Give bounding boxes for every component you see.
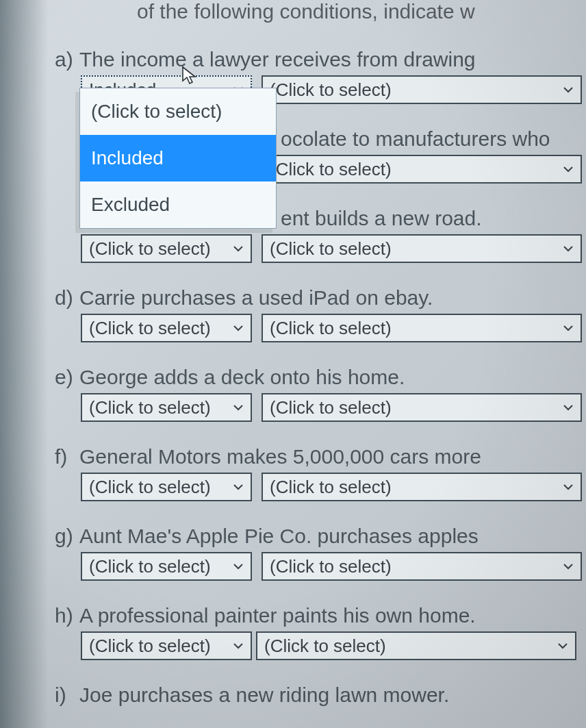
question-body: Carrie purchases a used iPad on ebay. <box>79 286 433 309</box>
chevron-down-icon <box>231 480 245 494</box>
select-g-2[interactable]: (Click to select) <box>262 552 582 581</box>
question-body: Joe purchases a new riding lawn mower. <box>79 683 449 706</box>
select-a-2[interactable]: (Click to select) <box>262 75 582 104</box>
select-value: (Click to select) <box>89 556 211 577</box>
question-e: e)George adds a deck onto his home. (Cli… <box>55 366 586 422</box>
question-text: h)A professional painter paints his own … <box>81 604 586 627</box>
question-body: A professional painter paints his own ho… <box>79 604 476 627</box>
select-value: (Click to select) <box>89 636 211 657</box>
select-f-1[interactable]: (Click to select) <box>81 473 252 501</box>
question-label: g) <box>55 525 79 548</box>
select-value: (Click to select) <box>270 477 392 498</box>
dropdown-option-included[interactable]: Included <box>80 135 276 181</box>
question-label: i) <box>55 683 79 707</box>
select-value: (Click to select) <box>270 397 392 418</box>
chevron-down-icon <box>561 83 575 97</box>
question-i: i)Joe purchases a new riding lawn mower. <box>55 683 586 707</box>
question-text: ent builds a new road. <box>281 207 586 230</box>
chevron-down-icon <box>561 480 575 494</box>
select-e-2[interactable]: (Click to select) <box>262 393 582 422</box>
question-text: d)Carrie purchases a used iPad on ebay. <box>81 286 586 310</box>
question-body: George adds a deck onto his home. <box>79 366 405 388</box>
dropdown-menu[interactable]: (Click to select) Included Excluded <box>79 88 277 229</box>
question-text: ocolate to manufacturers who <box>281 127 586 151</box>
select-value: (Click to select) <box>89 238 211 260</box>
chevron-down-icon <box>561 321 575 335</box>
select-h-1[interactable]: (Click to select) <box>81 631 252 660</box>
question-body: ocolate to manufacturers who <box>281 127 550 150</box>
question-f: f)General Motors makes 5,000,000 cars mo… <box>55 445 586 501</box>
select-value: (Click to select) <box>270 79 392 101</box>
select-b-2[interactable]: (Click to select) <box>262 155 582 184</box>
question-label: d) <box>55 286 79 310</box>
select-value: (Click to select) <box>264 636 386 657</box>
chevron-down-icon <box>231 242 245 255</box>
question-g: g)Aunt Mae's Apple Pie Co. purchases app… <box>55 525 586 581</box>
chevron-down-icon <box>556 639 570 653</box>
question-text: g)Aunt Mae's Apple Pie Co. purchases app… <box>81 525 586 548</box>
select-value: (Click to select) <box>89 397 211 418</box>
question-text: a)The income a lawyer receives from draw… <box>81 48 586 71</box>
chevron-down-icon <box>231 639 245 653</box>
select-f-2[interactable]: (Click to select) <box>262 473 582 501</box>
select-e-1[interactable]: (Click to select) <box>81 393 252 422</box>
question-body: ent builds a new road. <box>281 207 482 229</box>
question-body: General Motors makes 5,000,000 cars more <box>79 445 481 468</box>
select-g-1[interactable]: (Click to select) <box>81 552 252 581</box>
question-label: f) <box>55 445 79 468</box>
chevron-down-icon <box>231 560 245 573</box>
select-d-1[interactable]: (Click to select) <box>81 314 252 342</box>
select-value: (Click to select) <box>270 318 392 339</box>
chevron-down-icon <box>231 401 245 414</box>
question-d: d)Carrie purchases a used iPad on ebay. … <box>55 286 586 342</box>
select-value: (Click to select) <box>270 556 392 577</box>
chevron-down-icon <box>561 162 575 176</box>
select-h-2[interactable]: (Click to select) <box>256 631 576 660</box>
chevron-down-icon <box>561 401 575 414</box>
chevron-down-icon <box>561 560 575 573</box>
question-text: e)George adds a deck onto his home. <box>81 366 586 389</box>
select-c-1[interactable]: (Click to select) <box>81 234 252 263</box>
select-value: (Click to select) <box>89 318 211 339</box>
select-value: (Click to select) <box>89 477 211 498</box>
question-body: Aunt Mae's Apple Pie Co. purchases apple… <box>79 525 479 547</box>
dropdown-option-placeholder[interactable]: (Click to select) <box>80 88 276 135</box>
dropdown-option-excluded[interactable]: Excluded <box>80 181 276 228</box>
select-c-2[interactable]: (Click to select) <box>262 234 582 263</box>
question-body: The income a lawyer receives from drawin… <box>79 48 476 71</box>
chevron-down-icon <box>561 242 575 255</box>
question-text: i)Joe purchases a new riding lawn mower. <box>81 683 586 707</box>
question-text: f)General Motors makes 5,000,000 cars mo… <box>81 445 586 468</box>
question-label: h) <box>55 604 79 627</box>
question-label: a) <box>55 48 79 71</box>
select-d-2[interactable]: (Click to select) <box>262 314 582 342</box>
select-value: (Click to select) <box>270 159 392 180</box>
instruction-text: of the following conditions, indicate w <box>55 0 586 23</box>
chevron-down-icon <box>231 321 245 335</box>
select-value: (Click to select) <box>270 238 392 260</box>
question-h: h)A professional painter paints his own … <box>55 604 586 660</box>
question-label: e) <box>55 366 79 389</box>
